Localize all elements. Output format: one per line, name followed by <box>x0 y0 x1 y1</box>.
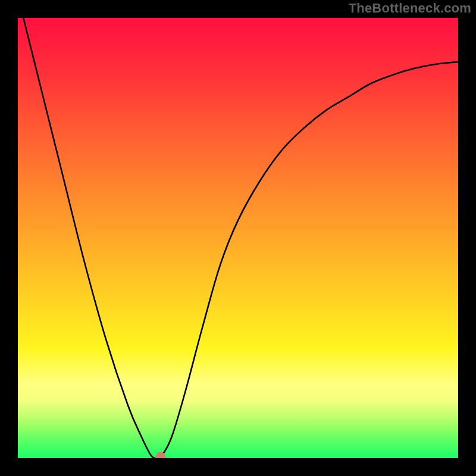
curve-svg <box>18 18 458 458</box>
bottleneck-curve <box>18 18 458 458</box>
chart-frame: TheBottleneck.com <box>0 0 476 476</box>
minimum-marker <box>156 452 166 459</box>
watermark-text: TheBottleneck.com <box>349 1 471 16</box>
plot-area <box>18 18 458 458</box>
